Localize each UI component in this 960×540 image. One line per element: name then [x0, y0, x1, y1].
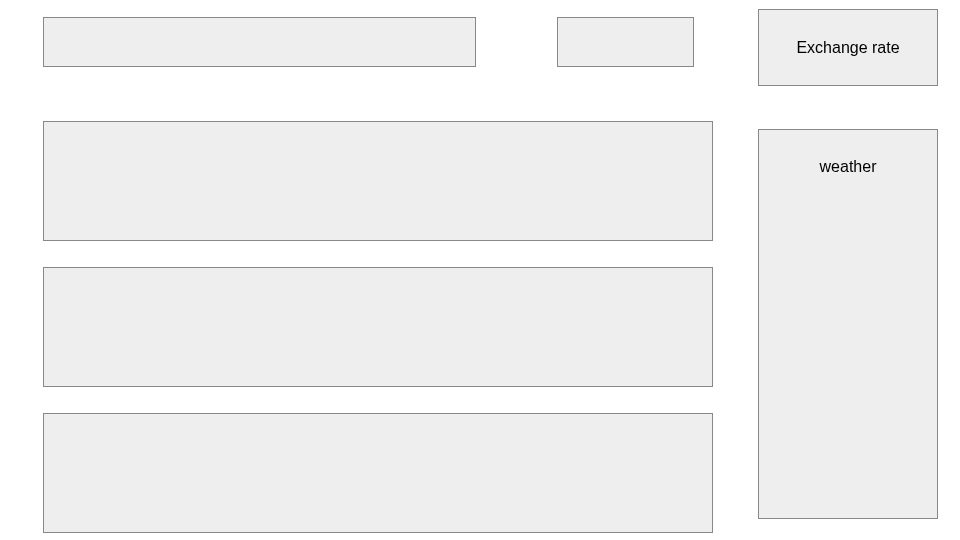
exchange-rate-widget: Exchange rate [758, 9, 938, 86]
weather-label: weather [820, 158, 877, 518]
exchange-rate-label: Exchange rate [796, 39, 899, 57]
content-row-2 [43, 267, 713, 387]
header-right-box [557, 17, 694, 67]
content-row-3 [43, 413, 713, 533]
weather-widget: weather [758, 129, 938, 519]
content-row-1 [43, 121, 713, 241]
header-left-box [43, 17, 476, 67]
